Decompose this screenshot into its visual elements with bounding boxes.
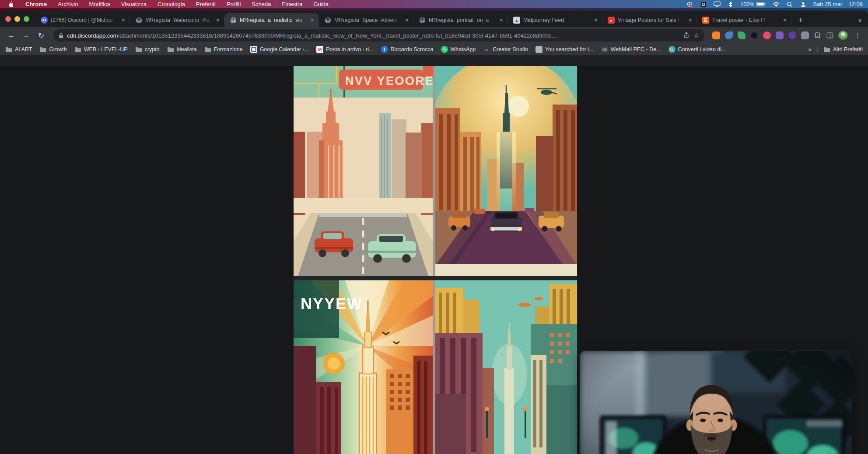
close-icon[interactable]: × bbox=[498, 17, 504, 23]
bookmark-folder-formazione[interactable]: Formazione bbox=[204, 46, 243, 53]
side-panel-icon[interactable] bbox=[826, 32, 833, 39]
minimize-window-button[interactable] bbox=[14, 16, 20, 22]
grid-row-gap bbox=[294, 276, 577, 280]
battery-status[interactable]: 100% bbox=[740, 1, 766, 7]
bookmark-label: crypto bbox=[145, 46, 160, 52]
bookmark-folder-idealista[interactable]: idealista bbox=[167, 46, 197, 53]
close-icon[interactable]: × bbox=[404, 17, 410, 23]
meta-infinity-icon: ∞ bbox=[483, 46, 490, 53]
metamask-extension-icon[interactable] bbox=[712, 31, 720, 39]
pink-extension-icon[interactable] bbox=[763, 31, 771, 39]
desktop-screen: Chrome Archivio Modifica Visualizza Cron… bbox=[0, 0, 868, 454]
tab-label: Midjourney Feed bbox=[523, 17, 590, 23]
globe-icon bbox=[230, 17, 237, 24]
menubar-item-finestra[interactable]: Finestra bbox=[282, 1, 302, 7]
camera-app-icon[interactable] bbox=[700, 1, 707, 7]
screen-mirroring-icon[interactable] bbox=[686, 1, 693, 7]
bookmark-converti-video[interactable]: Converti i video di... bbox=[668, 46, 726, 53]
close-icon[interactable]: × bbox=[120, 17, 126, 23]
tab-search-chevron-icon[interactable]: ∨ bbox=[858, 17, 862, 24]
poster-bottom-right bbox=[435, 280, 577, 454]
tab-vintage-posters[interactable]: ▸ Vintage Posters for Sale | × bbox=[602, 13, 697, 27]
bookmark-whatsapp[interactable]: WhatsApp bbox=[441, 46, 476, 53]
menubar-item-chrome[interactable]: Chrome bbox=[25, 1, 47, 7]
tab-etsy[interactable]: E Travel poster - Etsy IT × bbox=[697, 13, 791, 27]
menubar-item-profili[interactable]: Profili bbox=[227, 1, 241, 7]
bookmarks-overflow-chevrons[interactable]: » bbox=[808, 46, 812, 53]
menubar-item-scheda[interactable]: Scheda bbox=[252, 1, 271, 7]
user-account-icon[interactable] bbox=[799, 1, 807, 7]
poster-top-right bbox=[435, 66, 577, 276]
grey-extension-icon[interactable] bbox=[801, 31, 809, 39]
zoom-window-button[interactable] bbox=[24, 16, 29, 22]
tab-watercolor[interactable]: MRregista_Watercolor_Pa × bbox=[130, 13, 224, 27]
menubar-item-modifica[interactable]: Modifica bbox=[89, 1, 110, 7]
bookmark-folder-ai-art[interactable]: AI ART bbox=[5, 46, 32, 53]
menubar-item-archivio[interactable]: Archivio bbox=[58, 1, 78, 7]
close-icon[interactable]: × bbox=[593, 17, 599, 23]
tab-realistic-view-active[interactable]: MRregista_a_realistic_vie × bbox=[224, 13, 319, 27]
apple-logo-icon[interactable] bbox=[7, 1, 14, 7]
other-bookmarks-folder[interactable]: Altri Preferiti bbox=[823, 46, 863, 53]
blue-extension-icon[interactable] bbox=[725, 31, 733, 39]
webcam-overlay bbox=[580, 351, 852, 454]
bookmark-google-calendar[interactable]: Google Calendar -... bbox=[250, 46, 309, 53]
poster-title-top-left: NVV YEOORE bbox=[345, 74, 433, 87]
lock-icon[interactable] bbox=[59, 33, 63, 38]
menubar-item-cronologia[interactable]: Cronologia bbox=[158, 1, 185, 7]
bookmark-label: Posta in arrivo - ri... bbox=[326, 46, 373, 52]
green-extension-icon[interactable] bbox=[738, 31, 746, 39]
bookmark-folder-web-level-up[interactable]: WEB - LEVEL-UP bbox=[74, 46, 128, 53]
purple-extension-icon[interactable] bbox=[776, 31, 784, 39]
back-button[interactable]: ← bbox=[5, 29, 18, 42]
tab-discord[interactable]: (2765) Discord | @Midjou × bbox=[35, 13, 130, 27]
bookmark-star-icon[interactable]: ☆ bbox=[693, 32, 699, 39]
folder-icon bbox=[39, 46, 46, 53]
close-icon[interactable]: × bbox=[782, 17, 788, 23]
extensions-puzzle-icon[interactable] bbox=[814, 32, 821, 39]
whatsapp-icon bbox=[441, 46, 448, 53]
midjourney-grid-image[interactable]: NVV YEOORE bbox=[294, 66, 577, 454]
menubar-date[interactable]: Sab 25 mar bbox=[813, 1, 842, 7]
chrome-menu-kebab-icon[interactable]: ⋮ bbox=[853, 31, 863, 39]
close-icon[interactable]: × bbox=[687, 17, 693, 23]
close-icon[interactable]: × bbox=[215, 17, 221, 23]
profile-avatar[interactable] bbox=[838, 31, 848, 40]
bookmark-gmail[interactable]: M Posta in arrivo - ri... bbox=[316, 46, 373, 53]
bookmark-creator-studio[interactable]: ∞ Creator Studio bbox=[483, 46, 528, 53]
close-window-button[interactable] bbox=[5, 16, 11, 22]
menubar-item-visualizza[interactable]: Visualizza bbox=[121, 1, 147, 7]
window-controls bbox=[0, 10, 35, 27]
violet-extension-icon[interactable] bbox=[788, 31, 796, 39]
image-favicon: ▲ bbox=[513, 17, 520, 24]
bookmark-webmail-pec[interactable]: WebMail PEC - De... bbox=[601, 46, 661, 53]
bookmark-label: Converti i video di... bbox=[678, 46, 726, 52]
bluetooth-icon[interactable] bbox=[727, 1, 734, 7]
address-bar[interactable]: cdn.discordapp.com/attachments/101351233… bbox=[53, 29, 704, 42]
share-icon[interactable] bbox=[683, 32, 689, 39]
dark-extension-icon[interactable] bbox=[750, 31, 758, 39]
tab-portrait[interactable]: MRregista_portrait_on_a_ × bbox=[413, 13, 508, 27]
bookmark-label: Creator Studio bbox=[493, 46, 528, 52]
menubar-item-preferiti[interactable]: Preferiti bbox=[196, 1, 216, 7]
tab-label: Vintage Posters for Sale | bbox=[618, 17, 684, 23]
reload-button[interactable]: ↻ bbox=[35, 29, 47, 42]
close-icon[interactable]: × bbox=[309, 17, 315, 23]
bookmark-you-searched[interactable]: You searched for l... bbox=[536, 46, 594, 53]
url-domain: cdn.discordapp.com bbox=[67, 32, 118, 39]
bookmark-folder-crypto[interactable]: crypto bbox=[135, 46, 160, 53]
tab-midjourney-feed[interactable]: ▲ Midjourney Feed × bbox=[508, 13, 602, 27]
forward-button[interactable]: → bbox=[20, 29, 32, 42]
tab-space-adventure[interactable]: MRregista_Space_Advent × bbox=[319, 13, 413, 27]
menubar-clock[interactable]: 12:08 bbox=[848, 1, 863, 7]
display-icon[interactable] bbox=[713, 1, 721, 7]
bookmark-label: Formazione bbox=[214, 46, 243, 52]
wifi-icon[interactable] bbox=[772, 1, 780, 7]
new-tab-button[interactable]: + bbox=[794, 14, 807, 27]
facebook-icon: f bbox=[381, 46, 388, 53]
bookmark-facebook[interactable]: f Riccardo Scrocca bbox=[381, 46, 434, 53]
menubar-item-guida[interactable]: Guida bbox=[313, 1, 329, 7]
bookmark-folder-growth[interactable]: Growth bbox=[39, 46, 66, 53]
folder-icon bbox=[204, 46, 211, 53]
spotlight-search-icon[interactable] bbox=[786, 1, 793, 7]
